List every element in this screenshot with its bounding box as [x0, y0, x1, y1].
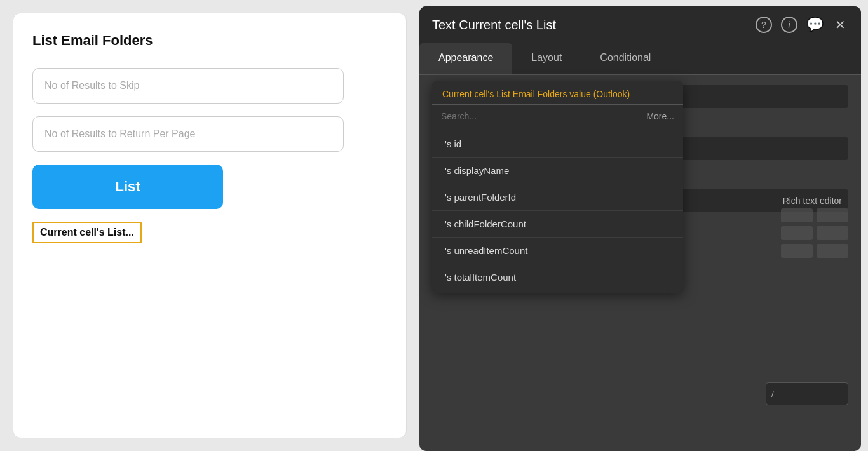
checkbox-2	[817, 208, 848, 222]
checkbox-3	[781, 226, 813, 240]
checkbox-6	[817, 244, 848, 258]
tab-layout[interactable]: Layout	[512, 43, 581, 74]
checkbox-5	[781, 244, 813, 258]
question-icon[interactable]: ?	[756, 17, 772, 33]
header-icons: ? i 💬 ✕	[756, 17, 848, 33]
left-panel: List Email Folders List Current cell's L…	[13, 13, 407, 438]
bottom-field[interactable]: /	[766, 382, 848, 405]
current-cell-box[interactable]: Current cell's List...	[32, 222, 142, 243]
info-icon[interactable]: i	[781, 17, 797, 33]
close-icon[interactable]: ✕	[832, 17, 848, 33]
checkbox-1	[781, 208, 813, 222]
checkbox-4	[817, 226, 848, 240]
dropdown-item-childfoldercount[interactable]: 's childFolderCount	[432, 211, 683, 238]
rich-text-label: Rich text editor	[783, 196, 842, 206]
dropdown-item-displayname[interactable]: 's displayName	[432, 158, 683, 184]
dropdown-container: Current cell's List Email Folders value …	[432, 81, 683, 293]
right-header: Text Current cell's List ? i 💬 ✕	[419, 6, 861, 43]
dropdown-header: Current cell's List Email Folders value …	[432, 81, 683, 105]
bottom-input-area: /	[766, 382, 848, 405]
skip-results-input[interactable]	[32, 68, 344, 104]
chat-icon[interactable]: 💬	[806, 17, 823, 33]
tab-appearance[interactable]: Appearance	[419, 43, 512, 74]
return-per-page-input[interactable]	[32, 116, 344, 152]
dropdown-search-input[interactable]	[441, 111, 641, 121]
right-panel: Text Current cell's List ? i 💬 ✕ Appeara…	[419, 6, 861, 451]
panel-content: D R T Rich text editor	[419, 75, 861, 443]
dropdown-item-unreaditemcount[interactable]: 's unreadItemCount	[432, 238, 683, 264]
dropdown-item-parentfolderid[interactable]: 's parentFolderId	[432, 184, 683, 211]
right-panel-title: Text Current cell's List	[432, 18, 556, 32]
checkbox-grid	[781, 208, 848, 258]
dropdown-more-button[interactable]: More...	[646, 111, 674, 121]
dropdown-item-totalitemcount[interactable]: 's totalItemCount	[432, 264, 683, 290]
dropdown-items-list: 's id 's displayName 's parentFolderId '…	[432, 128, 683, 293]
dropdown-search-row: More...	[432, 105, 683, 128]
dropdown-item-id[interactable]: 's id	[432, 131, 683, 158]
tab-conditional[interactable]: Conditional	[581, 43, 670, 74]
panel-title: List Email Folders	[32, 32, 387, 49]
list-button[interactable]: List	[32, 165, 223, 209]
tabs: Appearance Layout Conditional	[419, 43, 861, 75]
